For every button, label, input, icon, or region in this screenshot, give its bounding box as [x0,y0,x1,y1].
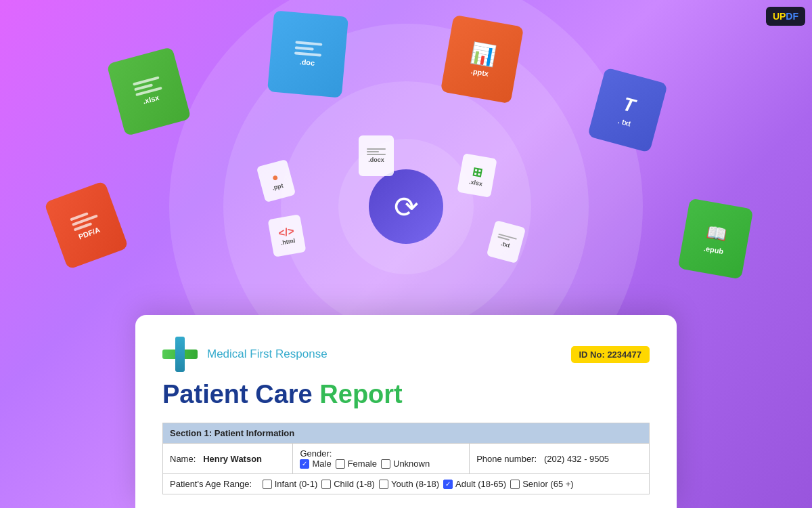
checkbox-senior [510,480,520,489]
checkbox-youth [379,480,388,489]
icon-line [294,51,321,56]
file-icon-doc-large: .doc [267,10,348,98]
patient-info-table: Section 1: Patient Information Name: Hen… [162,423,650,494]
file-ext-doc: .doc [299,58,315,67]
name-value: Henry Watson [203,454,262,464]
phone-cell: Phone number: (202) 432 - 9505 [470,444,650,474]
file-ext-xlsx: .xlsx [142,93,160,106]
sline [367,151,379,152]
age-adult-label: Adult (18-65) [455,479,506,489]
checkbox-female [336,459,345,469]
doc-logo-section: Medical First Response [162,337,328,372]
gender-options: Male Female Unknown [300,459,462,469]
checkbox-child [321,480,331,489]
age-infant-label: Infant (0-1) [275,479,318,489]
icon-line [295,46,314,50]
title-part1: Patient Care [162,380,319,408]
checkbox-male [300,459,309,469]
medical-logo [162,337,198,372]
gender-unknown: Unknown [381,459,430,469]
icon-line [295,41,322,45]
doc-header: Medical First Response ID No: 2234477 [162,337,650,372]
age-child: Child (1-8) [321,479,375,489]
checkbox-infant [263,480,272,489]
gender-unknown-label: Unknown [393,459,430,469]
gender-female-label: Female [348,459,377,469]
file-ext-epub: .epub [703,244,724,255]
gender-male-label: Male [312,459,331,469]
age-infant: Infant (0-1) [263,479,318,489]
file-ext-html-small: .html [280,237,296,247]
file-icon-html-small: </> .html [268,214,307,257]
sline [367,154,386,155]
age-senior: Senior (65 +) [510,479,574,489]
file-icon-docx-small: .docx [359,135,394,176]
title-part2: Report [319,380,402,408]
age-range-cell: Patient's Age Range: Infant (0-1) Child … [163,474,650,494]
age-senior-label: Senior (65 +) [522,479,574,489]
age-adult: Adult (18-65) [443,479,506,489]
org-name: Medical First Response [207,347,328,361]
updf-up: UP [773,11,786,22]
age-child-label: Child (1-8) [334,479,375,489]
section1-header: Section 1: Patient Information [163,423,650,444]
phone-value: (202) 432 - 9505 [544,454,609,464]
file-ext-txt: . txt [617,117,632,128]
sync-button[interactable]: ⟳ [369,169,443,244]
gender-label: Gender: [300,448,332,459]
report-title: Patient Care Report [162,380,650,409]
id-badge: ID No: 2234477 [571,346,650,363]
age-range-label: Patient's Age Range: [170,479,252,489]
name-cell: Name: Henry Watson [163,444,293,474]
age-youth: Youth (8-18) [379,479,439,489]
cross-vertical [175,337,185,372]
checkbox-unknown [381,459,390,469]
file-icon-xlsx-small: ⊞ .xlsx [457,153,497,198]
gender-female: Female [336,459,377,469]
age-youth-label: Youth (8-18) [391,479,439,489]
sline [367,148,386,150]
file-icon-pptx-large: 📊 .pptx [441,15,524,104]
updf-logo: UPDF [766,7,805,26]
file-icon-epub-large: 📖 .epub [678,198,754,280]
updf-df: DF [786,11,798,22]
file-ext-xlsx-small: .xlsx [468,178,482,187]
gender-male: Male [300,459,331,469]
file-ext-pptx: .pptx [470,67,489,78]
file-ext-docx-small: .docx [368,156,384,163]
age-options: Patient's Age Range: Infant (0-1) Child … [170,479,642,489]
file-icon-pdfa-large: PDF/A [44,181,129,270]
checkbox-adult [443,480,453,489]
sync-icon: ⟳ [394,190,419,224]
document-panel: Medical First Response ID No: 2234477 Pa… [135,315,677,508]
name-label: Name: [170,454,196,464]
gender-cell: Gender: Male Female Unknown [293,444,470,474]
phone-label: Phone number: [476,454,537,464]
file-ext-txt-small: .txt [500,240,511,249]
